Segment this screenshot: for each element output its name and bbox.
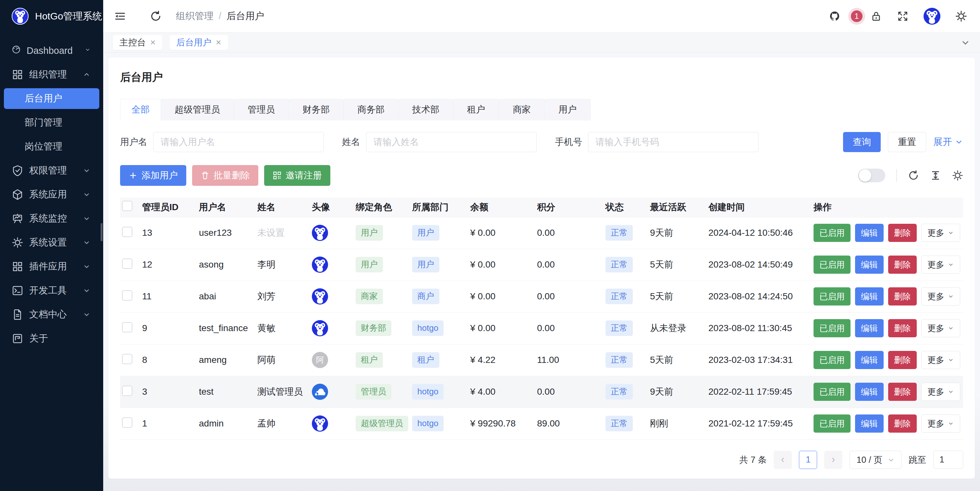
username-input[interactable] [153,132,324,152]
reset-button[interactable]: 重置 [888,132,926,152]
pagination-page-1[interactable]: 1 [799,451,817,469]
filter-tab-财务部[interactable]: 财务部 [288,99,344,120]
sidebar-item-系统设置[interactable]: 系统设置 [4,232,99,253]
sidebar-item-后台用户[interactable]: 后台用户 [4,88,99,109]
enabled-status-button[interactable]: 已启用 [813,319,851,337]
tabbar-chevron-down-icon[interactable] [961,38,970,47]
table-settings-gear-icon[interactable] [952,170,963,181]
lock-screen-icon[interactable] [870,10,882,22]
enabled-status-button[interactable]: 已启用 [813,383,851,401]
sidebar-item-关于[interactable]: 关于 [4,328,99,349]
sidebar-item-文档中心[interactable]: 文档中心 [4,304,99,325]
more-button[interactable]: 更多 [921,415,960,433]
filter-tab-技术部[interactable]: 技术部 [398,99,453,120]
fullscreen-icon[interactable] [897,10,908,22]
filter-tab-超级管理员[interactable]: 超级管理员 [161,99,234,120]
row-checkbox[interactable] [122,417,132,428]
delete-button[interactable]: 删除 [888,351,917,369]
page-size-select[interactable]: 10 / 页 [850,451,902,469]
delete-button[interactable]: 删除 [888,224,917,242]
expand-link[interactable]: 展开 [933,135,963,149]
row-height-icon[interactable] [930,170,941,181]
row-checkbox[interactable] [122,354,132,364]
cell-realname: 黄敏 [255,312,310,344]
more-button[interactable]: 更多 [921,256,960,274]
mobile-input[interactable] [588,132,759,152]
more-button[interactable]: 更多 [921,319,960,337]
row-checkbox[interactable] [122,227,132,237]
row-checkbox[interactable] [122,290,132,300]
enabled-status-button[interactable]: 已启用 [813,224,851,242]
filter-tab-管理员[interactable]: 管理员 [234,99,289,120]
enabled-status-button[interactable]: 已启用 [813,415,851,433]
user-avatar[interactable] [924,8,940,25]
enabled-status-button[interactable]: 已启用 [813,256,851,274]
query-button[interactable]: 查询 [843,132,881,152]
filter-tab-全部[interactable]: 全部 [120,99,161,120]
pagination-prev-button[interactable] [774,451,792,469]
pagination-next-button[interactable] [824,451,842,469]
sidebar-item-开发工具[interactable]: 开发工具 [4,280,99,301]
filter-tab-用户[interactable]: 用户 [544,99,590,120]
edit-button[interactable]: 编辑 [855,415,884,433]
delete-button[interactable]: 删除 [888,415,917,433]
sidebar-collapse-icon[interactable] [114,10,126,22]
delete-button[interactable]: 删除 [888,256,917,274]
invite-register-button[interactable]: 邀请注册 [264,165,330,186]
add-user-button[interactable]: 添加用户 [120,165,186,186]
batch-delete-button[interactable]: 批量删除 [192,165,258,186]
filter-tab-商家[interactable]: 商家 [499,99,545,120]
edit-button[interactable]: 编辑 [855,287,884,305]
column-header: 状态 [604,197,648,217]
delete-button[interactable]: 删除 [888,383,917,401]
more-button[interactable]: 更多 [921,383,960,401]
edit-button[interactable]: 编辑 [855,319,884,337]
edit-button[interactable]: 编辑 [855,256,884,274]
cell-username: user123 [197,217,255,249]
page-tab-主控台[interactable]: 主控台× [113,35,162,50]
sidebar-item-系统监控[interactable]: 系统监控 [4,208,99,229]
realname-input[interactable] [366,132,537,152]
cell-username: test_finance [197,312,255,344]
delete-button[interactable]: 删除 [888,319,917,337]
reload-icon[interactable] [150,10,162,22]
filter-tab-租户[interactable]: 租户 [453,99,499,120]
github-icon[interactable] [829,10,840,22]
breadcrumb-current[interactable]: 后台用户 [226,10,264,23]
app-logo-row[interactable]: HotGo管理系统 [0,0,103,32]
edit-button[interactable]: 编辑 [855,383,884,401]
row-checkbox[interactable] [122,386,132,396]
breadcrumb-parent[interactable]: 组织管理 [176,10,213,23]
more-button[interactable]: 更多 [921,351,960,369]
cell-username: test [197,376,255,408]
sidebar-item-系统应用[interactable]: 系统应用 [4,184,99,205]
row-checkbox[interactable] [122,322,132,332]
enabled-status-button[interactable]: 已启用 [813,287,851,305]
terminal-icon [12,285,23,296]
tab-close-icon[interactable]: × [150,38,156,47]
sidebar-item-组织管理[interactable]: 组织管理 [4,64,99,85]
settings-gear-icon[interactable] [955,10,967,22]
more-button[interactable]: 更多 [921,287,960,305]
sidebar-item-Dashboard[interactable]: Dashboard [4,40,99,61]
sidebar-item-岗位管理[interactable]: 岗位管理 [4,136,99,157]
delete-button[interactable]: 删除 [888,287,917,305]
pagination-jump-input[interactable] [933,451,963,469]
tab-close-icon[interactable]: × [216,38,221,47]
edit-button[interactable]: 编辑 [855,351,884,369]
row-checkbox[interactable] [122,259,132,269]
sidebar-scrollbar[interactable] [100,223,103,241]
table-refresh-icon[interactable] [908,170,919,181]
select-all-checkbox[interactable] [122,201,132,211]
filter-tab-商务部[interactable]: 商务部 [343,99,398,120]
page-tab-后台用户[interactable]: 后台用户× [170,35,228,50]
dept-tag: 用户 [412,257,439,272]
enabled-status-button[interactable]: 已启用 [813,351,851,369]
sidebar-item-插件应用[interactable]: 插件应用 [4,256,99,277]
sidebar-item-部门管理[interactable]: 部门管理 [4,112,99,133]
sidebar-item-label: 组织管理 [29,68,67,81]
more-button[interactable]: 更多 [921,224,960,242]
striped-toggle[interactable] [858,168,885,182]
edit-button[interactable]: 编辑 [855,224,884,242]
sidebar-item-权限管理[interactable]: 权限管理 [4,160,99,181]
